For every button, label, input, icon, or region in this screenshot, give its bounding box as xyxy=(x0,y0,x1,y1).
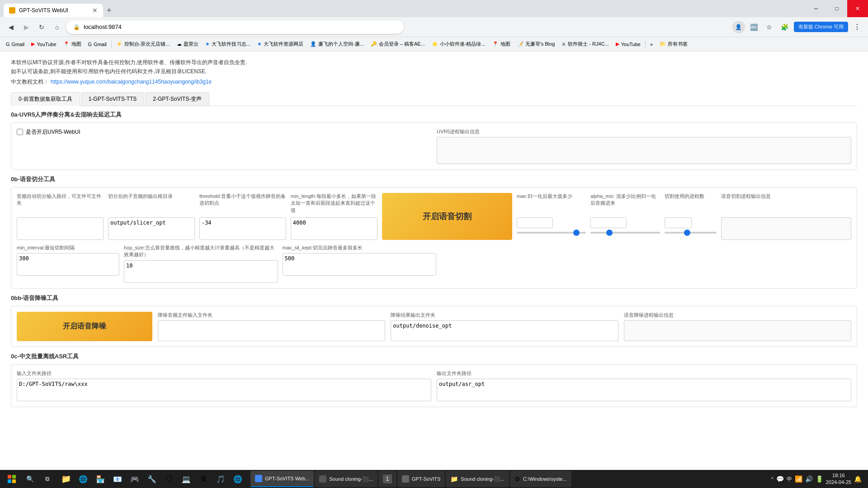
gptsovits2-label: GPT-SoVITS xyxy=(412,476,441,482)
taskbar-sys[interactable]: ⚙ C:\Windows\syste... xyxy=(510,471,571,487)
star-icon[interactable]: ☆ xyxy=(763,21,776,33)
tab-1[interactable]: 1-GPT-SoVITS-TTS xyxy=(81,92,145,106)
window-controls[interactable]: ─ □ ✕ xyxy=(806,0,868,17)
search-button[interactable]: 🔍 xyxy=(22,471,38,487)
denoiser-start-button[interactable]: 开启语音降噪 xyxy=(17,312,152,341)
slicer-alpha: alpha_mix: 混多少比例归一化后音频进来 0.25 xyxy=(590,193,660,240)
minimize-button[interactable]: ─ xyxy=(806,0,826,17)
slicer-max-input[interactable]: 0.9 xyxy=(517,217,553,228)
tray-lang[interactable]: 中 xyxy=(787,475,792,483)
taskbar-chrome[interactable]: 🌐 xyxy=(230,471,246,487)
tray-battery[interactable]: 🔋 xyxy=(816,475,823,483)
slicer-output-info-textarea[interactable] xyxy=(721,217,851,240)
slicer-hop-size-input[interactable]: 10 xyxy=(124,260,278,283)
address-input[interactable] xyxy=(84,23,396,30)
profile-icon[interactable]: 👤 xyxy=(732,21,745,33)
translate-icon[interactable]: 🔤 xyxy=(748,21,760,33)
slicer-min-length-input[interactable]: 4000 xyxy=(291,217,377,240)
start-button[interactable] xyxy=(3,471,21,487)
license-line2: 如不认可该条款,则不能使用和引用软件包内任何代码和文件,详见根目录LICENSE… xyxy=(11,67,857,76)
asr-input-textarea[interactable]: D:/GPT-SoVITS/raw\xxx xyxy=(17,379,431,401)
taskbar-1[interactable]: 1 xyxy=(378,471,396,487)
tray-volume[interactable]: 🔊 xyxy=(805,475,813,483)
bookmark-fly2[interactable]: ★ 大飞软件资源网店 xyxy=(254,40,307,48)
taskbar-edge[interactable]: 🌐 xyxy=(75,471,91,487)
task-view-button[interactable]: ⧉ xyxy=(39,471,55,487)
taskbar-file-explorer[interactable]: 📁 xyxy=(58,471,74,487)
taskbar-app4[interactable]: 💻 xyxy=(178,471,194,487)
tray-time: 18:16 xyxy=(826,472,851,479)
slicer-min-length-label: min_length:每段最小多长，如果第一段太短一直和后面段选起来直到超过这个… xyxy=(291,193,377,216)
tray-expand[interactable]: ^ xyxy=(771,477,774,482)
taskbar-app1[interactable]: 🎮 xyxy=(127,471,143,487)
tab-close-icon[interactable]: ✕ xyxy=(92,7,98,14)
uvr-checkbox-label[interactable]: 是否开启UVR5-WebUI xyxy=(26,128,80,136)
chrome-update-button[interactable]: 有新版 Chrome 可用 xyxy=(794,22,848,32)
taskbar-explorer2[interactable]: 📁 Sound cloning-⬛... xyxy=(446,471,509,487)
doc-link[interactable]: https://www.yuque.com/baicaigongchang114… xyxy=(51,79,212,85)
uvr-checkbox[interactable] xyxy=(17,129,23,135)
slicer-max-range[interactable] xyxy=(517,232,586,234)
tray-chat-icon[interactable]: 💬 xyxy=(776,475,784,483)
denoiser-output-textarea[interactable]: output/denoise_opt xyxy=(391,320,618,341)
taskbar-store[interactable]: 🏪 xyxy=(92,471,108,487)
slicer-threshold-input[interactable]: -34 xyxy=(199,217,286,240)
bookmark-software[interactable]: ⭐ 小小软件迷-精品绿... xyxy=(429,40,489,48)
bookmark-youtube-2[interactable]: ▶ YouTube xyxy=(613,40,644,48)
slicer-input-path-input[interactable] xyxy=(17,217,104,240)
denoiser-input: 降噪音频文件输入文件夹 xyxy=(158,312,385,341)
slicer-processes-input[interactable]: 4 xyxy=(665,217,692,228)
tray-datetime[interactable]: 18:16 2024-04-25 xyxy=(826,472,851,486)
menu-icon[interactable]: ⋮ xyxy=(851,21,863,33)
taskbar-gptsovits[interactable]: GPT-SoVITS Web... xyxy=(250,471,314,487)
bookmark-map-2[interactable]: 📍 地图 xyxy=(489,40,514,48)
denoiser-info-textarea[interactable] xyxy=(624,320,851,341)
denoiser-input-textarea[interactable] xyxy=(158,320,385,341)
slicer-processes-range[interactable] xyxy=(665,232,717,234)
browser-tab[interactable]: GPT-SoVITS WebUI ✕ xyxy=(4,4,103,17)
tray-notification[interactable]: 🔔 xyxy=(854,475,862,483)
address-input-wrapper[interactable]: 🔒 xyxy=(66,20,404,34)
bookmark-allbooks[interactable]: 📁 所有书签 xyxy=(656,40,691,48)
bookmark-youtube-1[interactable]: ▶ YouTube xyxy=(28,40,59,48)
uvr-output-textarea[interactable] xyxy=(437,137,851,164)
asr-output-textarea[interactable]: output/asr_opt xyxy=(437,379,851,401)
new-tab-button[interactable]: + xyxy=(103,4,115,17)
bookmark-personal[interactable]: 👤 廉飞的个人空间-廉... xyxy=(307,40,367,48)
slicer-output-dir-input[interactable]: output/slicer_opt xyxy=(108,217,195,240)
taskbar-mail[interactable]: 📧 xyxy=(109,471,126,487)
bookmark-gmail-2[interactable]: G Gmail xyxy=(85,41,110,48)
taskbar-app6[interactable]: 🎵 xyxy=(212,471,229,487)
denoiser-section: 0bb-语音降噪工具 开启语音降噪 降噪音频文件输入文件夹 降噪结果输出文件夹 … xyxy=(11,294,857,347)
tab-2[interactable]: 2-GPT-SoVITS-变声 xyxy=(145,92,209,106)
tab-0[interactable]: 0-前置数据集获取工具 xyxy=(11,92,80,106)
close-button[interactable]: ✕ xyxy=(847,0,868,17)
bookmarks-more[interactable]: » xyxy=(647,41,656,48)
slicer-alpha-input[interactable]: 0.25 xyxy=(590,217,627,228)
slicer-min-interval-input[interactable]: 300 xyxy=(17,253,119,276)
taskbar-gptsovits2[interactable]: GPT-SoVITS xyxy=(397,471,445,487)
maximize-button[interactable]: □ xyxy=(826,0,847,17)
forward-button[interactable]: ▶ xyxy=(20,21,33,33)
slicer-max-sil-input[interactable]: 500 xyxy=(283,253,437,276)
reload-button[interactable]: ↻ xyxy=(35,21,48,33)
bookmark-gmail-1[interactable]: G Gmail xyxy=(3,41,28,48)
denoiser-title: 0bb-语音降噪工具 xyxy=(11,294,857,302)
bookmark-blog[interactable]: 📝 无廉哥's Blog xyxy=(514,40,558,48)
extension-icon[interactable]: 🧩 xyxy=(778,21,791,33)
bookmark-fly1[interactable]: ★ 大飞软件技习志... xyxy=(202,40,254,48)
bookmark-map-1[interactable]: 📍 地图 xyxy=(60,40,85,48)
bookmark-console[interactable]: ⚡ 控制台-异次元店辅... xyxy=(113,40,173,48)
taskbar-sound-cloning[interactable]: Sound cloning-⬛... xyxy=(315,471,377,487)
bookmark-cloud[interactable]: ☁ 盈荣云 xyxy=(174,40,202,48)
home-button[interactable]: ⌂ xyxy=(51,21,63,33)
bookmark-rj4c[interactable]: ⚔ 软件骑士 - RJ4C... xyxy=(558,40,612,48)
bookmark-member[interactable]: 🔑 会员登录 – 稿客AE... xyxy=(368,40,428,48)
slicer-start-button[interactable]: 开启语音切割 xyxy=(382,193,512,240)
taskbar-app2[interactable]: 🔧 xyxy=(144,471,160,487)
taskbar-app3[interactable]: 🛡 xyxy=(161,471,177,487)
back-button[interactable]: ◀ xyxy=(5,21,17,33)
slicer-alpha-range[interactable] xyxy=(590,232,660,234)
taskbar-app5[interactable]: 🖥 xyxy=(195,471,212,487)
tray-network[interactable]: 📶 xyxy=(795,475,802,483)
